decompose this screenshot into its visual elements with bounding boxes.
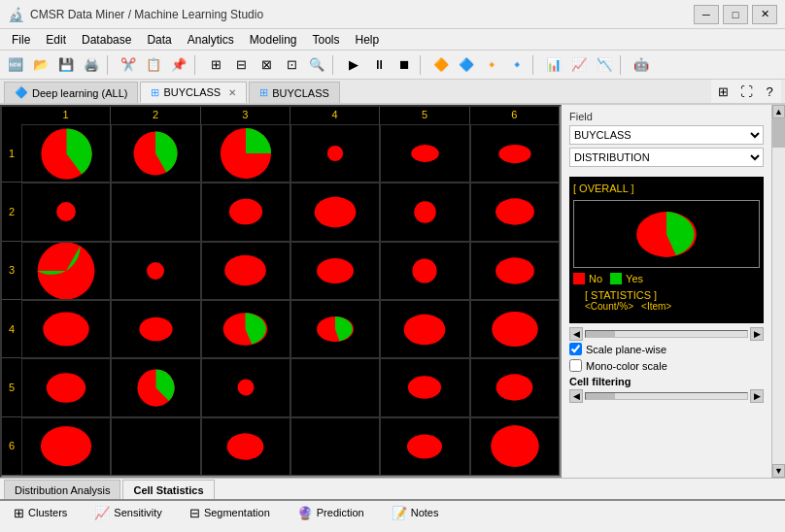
toolbar-cut[interactable]: ✂️ [117, 53, 140, 77]
cell-filter-left[interactable]: ◀ [569, 389, 583, 403]
tab-close-buy1[interactable]: ✕ [228, 87, 236, 98]
cell-4-5[interactable] [380, 300, 469, 358]
clusters-button[interactable]: ⊞ Clusters [8, 504, 73, 522]
cell-4-1[interactable] [21, 300, 111, 358]
cell-3-1[interactable] [21, 242, 111, 300]
minimize-button[interactable]: ─ [694, 5, 719, 24]
mono-checkbox[interactable] [569, 359, 582, 372]
col-label-1: 1 [21, 107, 111, 124]
toolbar-btn15[interactable]: 🔸 [480, 53, 503, 77]
dist-dropdown[interactable]: DISTRIBUTION [569, 148, 764, 167]
cell-6-2[interactable] [111, 417, 200, 476]
toolbar-print[interactable]: 🖨️ [80, 53, 103, 77]
tab-grid-btn[interactable]: ⊞ [711, 80, 734, 103]
cell-4-2[interactable] [111, 300, 200, 358]
cell-2-2[interactable] [111, 183, 200, 241]
sensitivity-button[interactable]: 📈 Sensitivity [88, 504, 168, 522]
toolbar-new[interactable]: 🆕 [4, 53, 27, 77]
cell-6-5[interactable] [380, 417, 469, 476]
toolbar-paste[interactable]: 📌 [167, 53, 190, 77]
tab-buyclass2[interactable]: ⊞ BUYCLASS [249, 82, 340, 103]
menu-analytics[interactable]: Analytics [180, 31, 242, 49]
toolbar-btn9[interactable]: 🔍 [305, 53, 328, 77]
tab-cell-statistics[interactable]: Cell Statistics [122, 480, 214, 499]
cell-4-6[interactable] [470, 300, 560, 358]
field-label: Field [569, 111, 764, 122]
cell-4-3[interactable] [201, 300, 290, 358]
cell-1-2[interactable] [111, 124, 200, 183]
vscroll-down[interactable]: ▼ [772, 464, 785, 478]
menu-file[interactable]: File [4, 31, 38, 49]
toolbar-copy[interactable]: 📋 [142, 53, 165, 77]
tab-distribution-analysis[interactable]: Distribution Analysis [4, 480, 120, 499]
segmentation-button[interactable]: ⊟ Segmentation [184, 504, 276, 522]
cell-filter-right[interactable]: ▶ [750, 389, 764, 403]
cell-3-6[interactable] [470, 242, 560, 300]
cell-2-6[interactable] [470, 183, 560, 241]
scale-checkbox[interactable] [569, 343, 582, 355]
cell-2-3[interactable] [201, 183, 290, 241]
tab-buyclass1[interactable]: ⊞ BUYCLASS ✕ [140, 82, 247, 103]
toolbar-btn8[interactable]: ⊡ [280, 53, 303, 77]
cell-5-3[interactable] [201, 358, 290, 416]
scroll-left[interactable]: ◀ [569, 327, 583, 341]
prediction-button[interactable]: 🔮 Prediction [291, 504, 370, 522]
cell-1-1[interactable] [21, 124, 111, 183]
notes-button[interactable]: 📝 Notes [386, 504, 445, 522]
close-button[interactable]: ✕ [752, 5, 777, 24]
right-panel: Field BUYCLASS DISTRIBUTION [ OVERALL ] [562, 105, 771, 478]
toolbar-btn12[interactable]: ⏹ [392, 53, 416, 77]
cell-6-1[interactable] [21, 417, 111, 476]
cell-4-4[interactable] [290, 300, 380, 358]
scroll-right[interactable]: ▶ [750, 327, 764, 341]
toolbar-btn6[interactable]: ⊟ [229, 53, 253, 77]
cell-3-5[interactable] [380, 242, 469, 300]
cell-2-5[interactable] [380, 183, 469, 241]
toolbar-btn19[interactable]: 📉 [593, 53, 616, 77]
toolbar-btn7[interactable]: ⊠ [255, 53, 278, 77]
tab-help-btn[interactable]: ? [758, 80, 781, 103]
toolbar-btn16[interactable]: 🔹 [505, 53, 529, 77]
cell-2-4[interactable] [290, 183, 380, 241]
cell-6-4[interactable] [290, 417, 380, 476]
cell-6-6[interactable] [470, 417, 560, 476]
field-dropdown[interactable]: BUYCLASS [569, 125, 764, 145]
cell-1-3[interactable] [201, 124, 290, 183]
cell-5-6[interactable] [470, 358, 560, 416]
scroll-track-h[interactable] [585, 330, 748, 338]
toolbar-btn13[interactable]: 🔶 [429, 53, 453, 77]
toolbar-btn14[interactable]: 🔷 [455, 53, 478, 77]
toolbar-btn11[interactable]: ⏸ [367, 53, 391, 77]
cell-3-2[interactable] [111, 242, 200, 300]
menu-edit[interactable]: Edit [38, 31, 74, 49]
menu-modeling[interactable]: Modeling [242, 31, 305, 49]
cell-5-1[interactable] [21, 358, 111, 416]
cell-2-1[interactable] [21, 183, 111, 241]
cell-1-4[interactable] [290, 124, 380, 183]
cell-6-3[interactable] [201, 417, 290, 476]
menu-help[interactable]: Help [348, 31, 388, 49]
cell-1-5[interactable] [380, 124, 469, 183]
toolbar-btn17[interactable]: 📊 [542, 53, 565, 77]
toolbar-ml[interactable]: 🤖 [630, 53, 653, 77]
tab-deep-learning[interactable]: 🔷 Deep learning (ALL) [4, 82, 138, 103]
toolbar-btn5[interactable]: ⊞ [204, 53, 227, 77]
cell-5-5[interactable] [380, 358, 469, 416]
cell-5-2[interactable] [111, 358, 200, 416]
maximize-button[interactable]: □ [723, 5, 748, 24]
menu-data[interactable]: Data [139, 31, 179, 49]
tab-float-btn[interactable]: ⛶ [734, 80, 758, 103]
cell-1-6[interactable] [470, 124, 560, 183]
menu-database[interactable]: Database [74, 31, 139, 49]
cell-5-4[interactable] [290, 358, 380, 416]
vscroll-up[interactable]: ▲ [772, 105, 785, 118]
toolbar-open[interactable]: 📂 [29, 53, 52, 77]
cell-3-3[interactable] [201, 242, 290, 300]
vscroll-track[interactable] [772, 118, 785, 464]
toolbar-btn10[interactable]: ▶ [342, 53, 365, 77]
toolbar-save[interactable]: 💾 [54, 53, 78, 77]
menu-tools[interactable]: Tools [305, 31, 348, 49]
toolbar-btn18[interactable]: 📈 [567, 53, 591, 77]
cell-3-4[interactable] [290, 242, 380, 300]
cell-filter-track[interactable] [585, 392, 748, 400]
